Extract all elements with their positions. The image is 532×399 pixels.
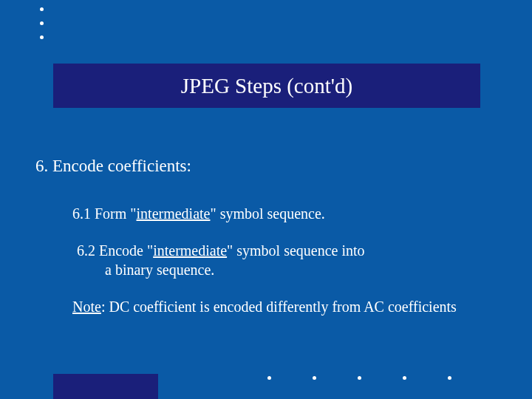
slide-body: 6. Encode coefficients: 6.1 Form "interm… <box>35 157 479 316</box>
step-label: Encode coefficients: <box>52 157 191 175</box>
slide: JPEG Steps (cont'd) 6. Encode coefficien… <box>0 0 532 399</box>
substep-suffix: " symbol sequence. <box>210 205 324 222</box>
note: Note: DC coefficient is encoded differen… <box>72 297 479 316</box>
step-heading: 6. Encode coefficients: <box>35 157 479 176</box>
substep-suffix: " symbol sequence into <box>227 242 364 259</box>
substep-prefix: Form " <box>95 205 137 222</box>
footer-accent-bar <box>53 374 158 399</box>
step-number: 6. <box>35 157 48 175</box>
note-label: Note <box>72 299 101 315</box>
substep-cont: a binary sequence. <box>105 260 479 279</box>
substep-number: 6.2 <box>77 242 95 259</box>
slide-title: JPEG Steps (cont'd) <box>181 74 352 98</box>
substep-prefix: Encode " <box>99 242 153 259</box>
note-text: : DC coefficient is encoded differently … <box>101 299 457 315</box>
decor-dots-top-left <box>40 7 44 50</box>
substep-number: 6.1 <box>72 205 91 222</box>
substep-key: intermediate <box>153 242 227 259</box>
substep-61: 6.1 Form "intermediate" symbol sequence. <box>72 204 479 223</box>
substep-62: 6.2 Encode "intermediate" symbol sequenc… <box>77 241 479 279</box>
title-bar: JPEG Steps (cont'd) <box>53 64 480 108</box>
substep-key: intermediate <box>137 205 211 222</box>
decor-dots-bottom <box>267 369 493 383</box>
